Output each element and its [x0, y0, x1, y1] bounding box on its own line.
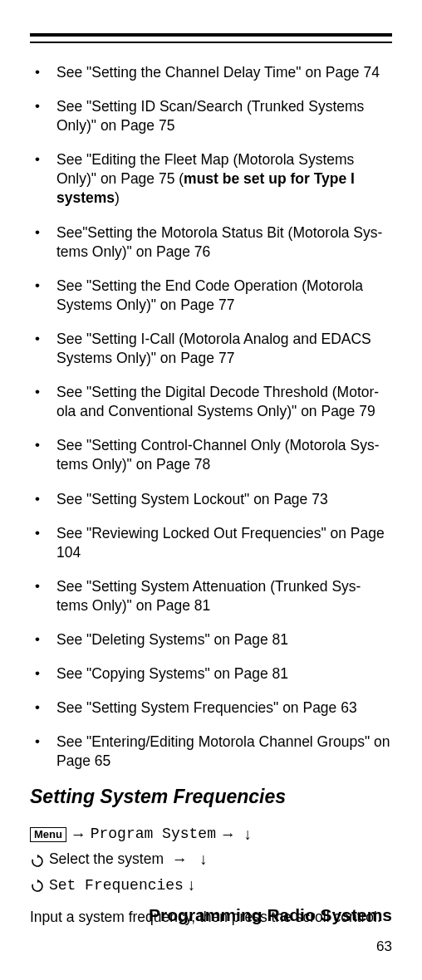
bullet-dot-icon: • — [35, 524, 40, 542]
list-item-text: See "Deleting Systems" on Page 81 — [56, 631, 288, 648]
refresh-icon — [30, 848, 45, 871]
list-item-text: See "Setting Control-Channel Only (Motor… — [56, 437, 379, 473]
list-item-text: See"Setting the Motorola Status Bit (Mot… — [56, 224, 382, 260]
bullet-dot-icon: • — [35, 436, 40, 454]
list-item-text: See "Setting System Frequencies" on Page… — [56, 699, 357, 716]
list-item: •See "Setting System Frequencies" on Pag… — [35, 698, 392, 718]
list-item-text: See "Setting the End Code Operation (Mot… — [56, 277, 363, 313]
footer-chapter-title: Programming Radio Systems — [149, 905, 392, 925]
list-item: •See "Setting the End Code Operation (Mo… — [35, 277, 392, 315]
list-item: •See "Copying Systems" on Page 81 — [35, 664, 392, 684]
bullet-dot-icon: • — [35, 664, 40, 683]
bullet-dot-icon: • — [35, 63, 40, 81]
list-item-text: See "Entering/Editing Motorola Channel G… — [56, 733, 390, 769]
list-item-text: See "Setting System Lockout" on Page 73 — [56, 491, 328, 507]
arrow-down-icon: ↓ — [244, 822, 253, 847]
list-item-text: See "Copying Systems" on Page 81 — [56, 665, 288, 682]
bullet-dot-icon: • — [35, 383, 40, 401]
list-item: •See "Setting the Channel Delay Time" on… — [35, 63, 392, 82]
list-item-text: See "Setting System Attenuation (Trunked… — [56, 578, 361, 614]
list-item: •See "Setting the Digital Decode Thresho… — [35, 383, 392, 421]
list-item: •See "Setting System Attenuation (Trunke… — [35, 577, 392, 615]
list-item-text: See "Setting ID Scan/Search (Trunked Sys… — [56, 98, 364, 134]
bullet-dot-icon: • — [35, 97, 40, 115]
bullet-dot-icon: • — [35, 698, 40, 717]
bullet-dot-icon: • — [35, 223, 40, 242]
menu-button-label: Menu — [30, 827, 66, 842]
list-item-text: See "Setting the Channel Delay Time" on … — [56, 64, 380, 81]
top-rule-thick — [30, 33, 392, 37]
list-item-text: See "Setting I-Call (Motorola Analog and… — [56, 331, 371, 366]
list-item-text: See "Setting the Digital Decode Threshol… — [56, 384, 379, 419]
arrow-right-icon: → — [172, 847, 188, 872]
arrow-right-icon: → — [220, 822, 236, 847]
bullet-dot-icon: • — [35, 733, 40, 751]
section-heading: Setting System Frequencies — [30, 786, 392, 808]
bullet-dot-icon: • — [35, 330, 40, 348]
bullet-dot-icon: • — [35, 577, 40, 595]
bullet-dot-icon: • — [35, 630, 40, 649]
top-rule-thin — [30, 42, 392, 43]
bullet-list: •See "Setting the Channel Delay Time" on… — [30, 63, 392, 771]
arrow-down-icon: ↓ — [199, 847, 208, 872]
list-item: •See "Reviewing Locked Out Frequencies" … — [35, 524, 392, 562]
navigation-steps: Menu → Program System → ↓ Select the sys… — [30, 821, 392, 898]
step-program-system: Program System — [91, 826, 216, 842]
page-number: 63 — [376, 938, 392, 955]
step-set-frequencies: Set Frequencies — [49, 877, 184, 894]
refresh-icon — [30, 874, 45, 897]
list-item: •See"Setting the Motorola Status Bit (Mo… — [35, 223, 392, 262]
list-item: •See "Setting ID Scan/Search (Trunked Sy… — [35, 97, 392, 135]
bullet-dot-icon: • — [35, 277, 40, 295]
list-item: •See "Editing the Fleet Map (Motorola Sy… — [35, 150, 392, 208]
list-item: •See "Deleting Systems" on Page 81 — [35, 630, 392, 649]
arrow-down-icon: ↓ — [188, 873, 196, 898]
arrow-right-icon: → — [71, 822, 86, 847]
list-item: •See "Setting I-Call (Motorola Analog an… — [35, 330, 392, 368]
list-item: •See "Setting System Lockout" on Page 73 — [35, 490, 392, 509]
list-item: •See "Setting Control-Channel Only (Moto… — [35, 436, 392, 474]
step-select-system: Select the system — [49, 850, 164, 867]
document-page: •See "Setting the Channel Delay Time" on… — [0, 0, 422, 980]
list-item: •See "Entering/Editing Motorola Channel … — [35, 733, 392, 771]
list-item-text: See "Reviewing Locked Out Frequencies" o… — [56, 525, 385, 561]
list-item-text: See "Editing the Fleet Map (Motorola Sys… — [56, 151, 355, 206]
bullet-dot-icon: • — [35, 150, 40, 169]
bullet-dot-icon: • — [35, 490, 40, 508]
